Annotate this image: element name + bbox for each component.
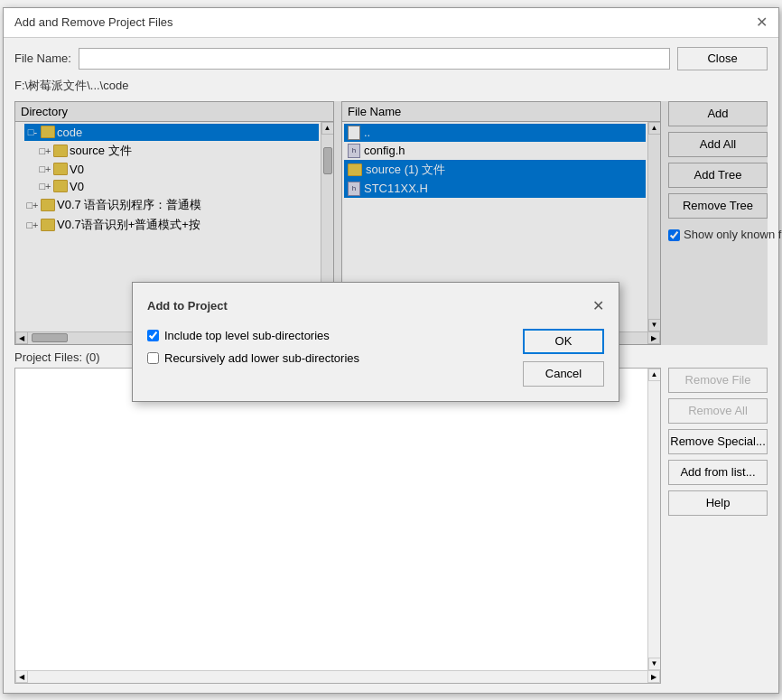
include-top-checkbox[interactable] xyxy=(147,330,159,341)
modal-close-button[interactable]: ✕ xyxy=(592,297,604,314)
current-path: F:\树莓派文件\...\code xyxy=(14,76,768,96)
remove-all-button[interactable]: Remove All xyxy=(668,398,768,424)
help-button[interactable]: Help xyxy=(668,490,768,516)
scroll-down[interactable]: ▼ xyxy=(648,658,661,670)
scroll-up[interactable]: ▲ xyxy=(648,369,661,381)
include-top-label: Include top level sub-directories xyxy=(164,329,330,342)
add-to-project-dialog: Add to Project ✕ Include top level sub-d… xyxy=(132,282,619,402)
modal-overlay: Add to Project ✕ Include top level sub-d… xyxy=(14,101,768,345)
project-files-vscroll[interactable]: ▲ ▼ xyxy=(647,369,660,670)
recursive-checkbox[interactable] xyxy=(147,352,159,364)
window-close-button[interactable]: ✕ xyxy=(756,15,768,30)
project-files-panel: ▲ ▼ ◀ ▶ xyxy=(14,368,661,684)
file-name-label: File Name: xyxy=(14,51,71,65)
include-top-row: Include top level sub-directories xyxy=(147,329,505,342)
project-files-hscroll[interactable]: ◀ ▶ xyxy=(15,670,660,683)
remove-special-button[interactable]: Remove Special... xyxy=(668,429,768,454)
ok-button[interactable]: OK xyxy=(523,329,604,354)
file-name-input[interactable] xyxy=(79,48,670,70)
recursive-label: Recursively add lower sub-directories xyxy=(164,351,359,365)
close-button[interactable]: Close xyxy=(677,47,768,70)
cancel-button[interactable]: Cancel xyxy=(523,361,604,387)
window-title: Add and Remove Project Files xyxy=(14,15,173,29)
remove-file-button[interactable]: Remove File xyxy=(668,368,768,393)
recursive-row: Recursively add lower sub-directories xyxy=(147,351,505,365)
modal-title: Add to Project xyxy=(147,299,228,313)
add-from-list-button[interactable]: Add from list... xyxy=(668,460,768,485)
